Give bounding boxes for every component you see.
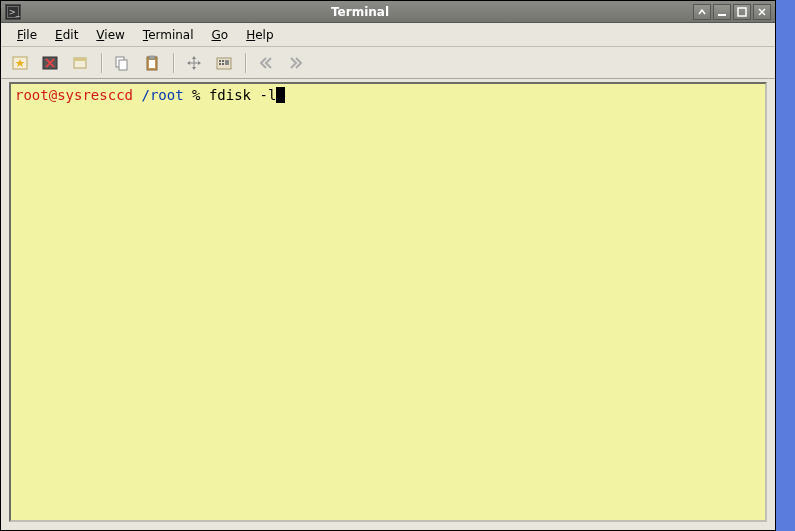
terminal-window: >_ Terminal File Edit View Terminal Go H… (0, 0, 776, 531)
toolbar (1, 47, 775, 79)
new-window-button[interactable] (67, 50, 93, 76)
toolbar-separator (241, 51, 249, 75)
svg-rect-18 (225, 60, 229, 65)
menu-view[interactable]: View (88, 25, 132, 45)
copy-button[interactable] (109, 50, 135, 76)
menubar: File Edit View Terminal Go Help (1, 23, 775, 47)
next-icon (287, 54, 305, 72)
cursor (276, 87, 285, 103)
svg-rect-15 (222, 60, 224, 62)
fullscreen-button[interactable] (181, 50, 207, 76)
paste-icon (143, 54, 161, 72)
toolbar-separator (169, 51, 177, 75)
prompt-symbol: % (184, 87, 209, 103)
close-button[interactable] (753, 4, 771, 20)
svg-text:>_: >_ (9, 6, 20, 16)
close-tab-icon (41, 54, 59, 72)
paste-button[interactable] (139, 50, 165, 76)
menu-terminal[interactable]: Terminal (135, 25, 202, 45)
prompt-path: /root (141, 87, 183, 103)
svg-rect-7 (74, 58, 86, 61)
settings-button[interactable] (211, 50, 237, 76)
window-title: Terminal (27, 5, 693, 19)
next-tab-button[interactable] (283, 50, 309, 76)
menu-file[interactable]: File (9, 25, 45, 45)
svg-rect-2 (718, 14, 726, 16)
prompt-user: root@sysresccd (15, 87, 133, 103)
svg-rect-9 (119, 60, 127, 70)
maximize-button[interactable] (733, 4, 751, 20)
star-tab-icon (11, 54, 29, 72)
menu-edit[interactable]: Edit (47, 25, 86, 45)
titlebar-controls (693, 4, 771, 20)
minimize-button[interactable] (713, 4, 731, 20)
svg-rect-11 (149, 56, 155, 59)
svg-rect-12 (149, 60, 155, 68)
toolbar-separator (97, 51, 105, 75)
svg-rect-16 (219, 63, 221, 65)
svg-rect-17 (222, 63, 224, 65)
prev-icon (257, 54, 275, 72)
svg-rect-14 (219, 60, 221, 62)
new-tab-button[interactable] (7, 50, 33, 76)
app-icon: >_ (5, 4, 21, 20)
copy-icon (113, 54, 131, 72)
fullscreen-icon (185, 54, 203, 72)
close-tab-button[interactable] (37, 50, 63, 76)
svg-rect-3 (738, 8, 746, 16)
menu-go[interactable]: Go (204, 25, 237, 45)
titlebar[interactable]: >_ Terminal (1, 1, 775, 23)
menu-help[interactable]: Help (238, 25, 281, 45)
window-icon (71, 54, 89, 72)
prompt-line: root@sysresccd /root % fdisk -l (15, 86, 761, 104)
settings-icon (215, 54, 233, 72)
terminal-content[interactable]: root@sysresccd /root % fdisk -l (9, 82, 767, 522)
command-text: fdisk -l (209, 87, 276, 103)
prev-tab-button[interactable] (253, 50, 279, 76)
shade-button[interactable] (693, 4, 711, 20)
